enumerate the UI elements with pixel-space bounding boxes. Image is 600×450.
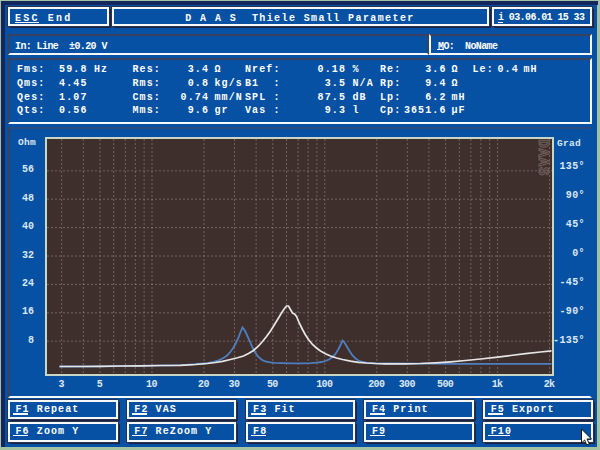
svg-text:DAAS: DAAS (535, 139, 551, 176)
